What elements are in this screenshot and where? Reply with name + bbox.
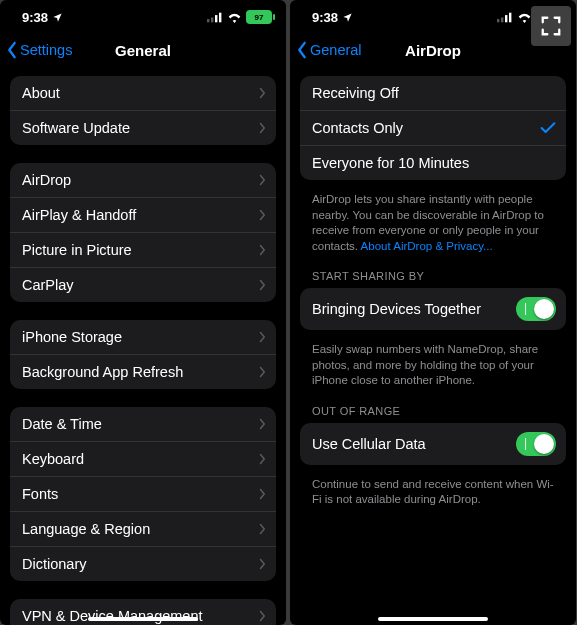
section-header-out-of-range: OUT OF RANGE [300, 405, 566, 423]
settings-group: AirDropAirPlay & HandoffPicture in Pictu… [10, 163, 276, 302]
row-label: Use Cellular Data [312, 436, 516, 452]
row-bringing-devices-together[interactable]: Bringing Devices Together [300, 288, 566, 330]
chevron-right-icon [258, 122, 266, 134]
settings-group: iPhone StorageBackground App Refresh [10, 320, 276, 389]
home-indicator[interactable] [378, 617, 488, 621]
chevron-right-icon [258, 453, 266, 465]
row-label: Background App Refresh [22, 364, 258, 380]
row-label: AirDrop [22, 172, 258, 188]
row-label: Contacts Only [312, 120, 540, 136]
page-title: AirDrop [405, 42, 461, 59]
location-icon [52, 12, 63, 23]
row-contacts-only[interactable]: Contacts Only [300, 111, 566, 146]
row-label: Picture in Picture [22, 242, 258, 258]
row-keyboard[interactable]: Keyboard [10, 442, 276, 477]
svg-rect-0 [207, 19, 209, 22]
row-label: Language & Region [22, 521, 258, 537]
chevron-right-icon [258, 87, 266, 99]
chevron-right-icon [258, 488, 266, 500]
back-button-general[interactable]: General [296, 34, 362, 66]
chevron-right-icon [258, 523, 266, 535]
row-label: Bringing Devices Together [312, 301, 516, 317]
back-button-settings[interactable]: Settings [6, 34, 72, 66]
receiving-footer: AirDrop lets you share instantly with pe… [300, 186, 566, 256]
wifi-icon [227, 12, 242, 23]
row-fonts[interactable]: Fonts [10, 477, 276, 512]
fullscreen-button[interactable] [531, 6, 571, 46]
chevron-right-icon [258, 418, 266, 430]
row-language-region[interactable]: Language & Region [10, 512, 276, 547]
row-label: iPhone Storage [22, 329, 258, 345]
cellular-signal-icon [207, 12, 223, 23]
row-carplay[interactable]: CarPlay [10, 268, 276, 302]
out-of-range-footer: Continue to send and receive content whe… [300, 471, 566, 510]
row-label: VPN & Device Management [22, 608, 258, 624]
toggle-use-cellular-data[interactable] [516, 432, 556, 456]
general-scroll[interactable]: AboutSoftware UpdateAirDropAirPlay & Han… [0, 66, 286, 625]
toggle-bringing-devices-together[interactable] [516, 297, 556, 321]
row-background-app-refresh[interactable]: Background App Refresh [10, 355, 276, 389]
checkmark-icon [540, 121, 556, 135]
about-airdrop-privacy-link[interactable]: About AirDrop & Privacy... [361, 240, 493, 252]
row-label: About [22, 85, 258, 101]
row-vpn-device-management[interactable]: VPN & Device Management [10, 599, 276, 625]
row-label: Everyone for 10 Minutes [312, 155, 556, 171]
row-label: Receiving Off [312, 85, 556, 101]
row-label: CarPlay [22, 277, 258, 293]
row-label: Software Update [22, 120, 258, 136]
row-label: Fonts [22, 486, 258, 502]
back-label: Settings [20, 42, 72, 58]
status-time: 9:38 [312, 10, 338, 25]
phone-general-screen: 9:38 97 Settings General Abo [0, 0, 286, 625]
nav-bar: Settings General [0, 34, 286, 66]
back-label: General [310, 42, 362, 58]
svg-rect-7 [509, 12, 511, 22]
row-airdrop[interactable]: AirDrop [10, 163, 276, 198]
chevron-right-icon [258, 366, 266, 378]
row-airplay-handoff[interactable]: AirPlay & Handoff [10, 198, 276, 233]
row-date-time[interactable]: Date & Time [10, 407, 276, 442]
row-about[interactable]: About [10, 76, 276, 111]
start-sharing-footer: Easily swap numbers with NameDrop, share… [300, 336, 566, 391]
airdrop-scroll[interactable]: Receiving OffContacts OnlyEveryone for 1… [290, 66, 576, 625]
svg-rect-4 [497, 19, 499, 22]
chevron-right-icon [258, 331, 266, 343]
chevron-right-icon [258, 244, 266, 256]
svg-rect-1 [211, 17, 213, 22]
receiving-group: Receiving OffContacts OnlyEveryone for 1… [300, 76, 566, 180]
chevron-right-icon [258, 558, 266, 570]
chevron-right-icon [258, 279, 266, 291]
status-time: 9:38 [22, 10, 48, 25]
svg-rect-5 [501, 17, 503, 22]
cellular-signal-icon [497, 12, 513, 23]
row-picture-in-picture[interactable]: Picture in Picture [10, 233, 276, 268]
phone-airdrop-screen: 9:38 97 General AirDrop [290, 0, 576, 625]
row-iphone-storage[interactable]: iPhone Storage [10, 320, 276, 355]
settings-group: Date & TimeKeyboardFontsLanguage & Regio… [10, 407, 276, 581]
home-indicator[interactable] [88, 617, 198, 621]
battery-indicator: 97 [246, 10, 272, 24]
settings-group: AboutSoftware Update [10, 76, 276, 145]
page-title: General [115, 42, 171, 59]
chevron-right-icon [258, 610, 266, 622]
start-sharing-group: Bringing Devices Together [300, 288, 566, 330]
row-use-cellular-data[interactable]: Use Cellular Data [300, 423, 566, 465]
out-of-range-group: Use Cellular Data [300, 423, 566, 465]
row-dictionary[interactable]: Dictionary [10, 547, 276, 581]
section-header-start-sharing: START SHARING BY [300, 270, 566, 288]
status-bar: 9:38 97 [0, 0, 286, 34]
row-label: Keyboard [22, 451, 258, 467]
svg-rect-6 [505, 15, 507, 22]
settings-group: VPN & Device Management [10, 599, 276, 625]
row-everyone-10-minutes[interactable]: Everyone for 10 Minutes [300, 146, 566, 180]
svg-rect-2 [215, 15, 217, 22]
row-label: Dictionary [22, 556, 258, 572]
svg-rect-3 [219, 12, 221, 22]
row-label: Date & Time [22, 416, 258, 432]
chevron-right-icon [258, 209, 266, 221]
row-receiving-off[interactable]: Receiving Off [300, 76, 566, 111]
chevron-right-icon [258, 174, 266, 186]
location-icon [342, 12, 353, 23]
wifi-icon [517, 12, 532, 23]
row-software-update[interactable]: Software Update [10, 111, 276, 145]
